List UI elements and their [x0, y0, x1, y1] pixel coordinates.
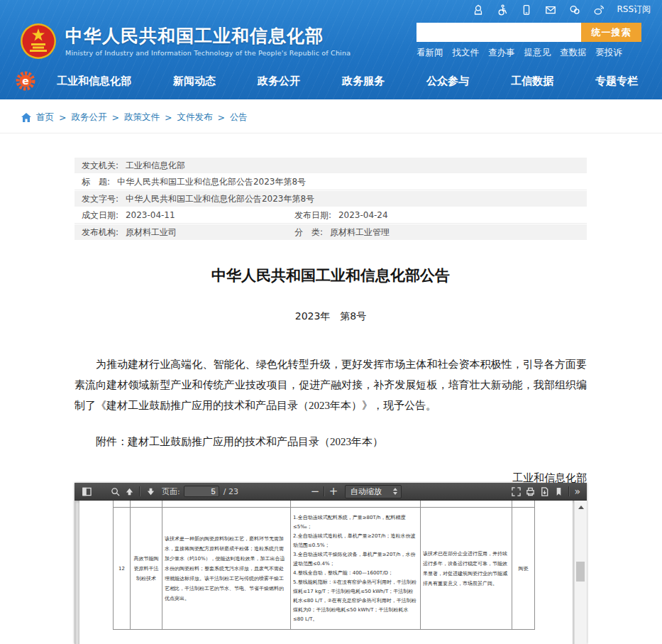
quick-link-files[interactable]: 找文件: [453, 47, 480, 59]
svg-text:e: e: [22, 75, 29, 87]
meta-value: 原材料工业管理: [330, 227, 390, 237]
document-meta-table: 发文机关: 工业和信息化部 标 题: 中华人民共和国工业和信息化部公告2023年…: [75, 158, 587, 240]
scrollbar-thumb[interactable]: [576, 562, 585, 582]
meta-value: 工业和信息化部: [126, 160, 185, 170]
table-row-continued: [113, 501, 535, 508]
scale-select-value: 自动缩放: [351, 486, 387, 497]
wechat-icon[interactable]: [568, 4, 581, 16]
national-emblem-icon: [20, 23, 57, 60]
toolbar-divider: [324, 486, 325, 496]
zoom-in-button[interactable]: +: [328, 486, 339, 497]
meta-label: 发布日期:: [294, 210, 331, 220]
quick-link-feedback[interactable]: 提意见: [524, 47, 551, 59]
issue-number: 2023年 第8号: [75, 310, 587, 323]
breadcrumb-home[interactable]: 首页: [36, 111, 54, 124]
meta-label: 发文字号:: [82, 194, 118, 204]
nav-item-services[interactable]: 政务服务: [342, 75, 385, 88]
breadcrumb-announcement[interactable]: 公告: [230, 111, 248, 124]
rss-link[interactable]: RSS订阅: [617, 4, 651, 16]
mail-icon[interactable]: [544, 4, 557, 16]
meta-value: 中华人民共和国工业和信息化部公告2023年第8号: [117, 177, 306, 187]
main-nav: e 工业和信息化部 新闻动态 政务公开 政务服务 公众参与 工信数据 专题专栏: [0, 62, 662, 99]
pdf-viewer: 页面: / 23 − + 自动缩放: [75, 483, 587, 644]
print-icon[interactable]: [523, 484, 537, 498]
select-arrows-icon: [393, 488, 397, 495]
search-button[interactable]: 统一搜索: [581, 23, 641, 42]
scale-select[interactable]: 自动缩放: [345, 485, 402, 498]
presentation-mode-icon[interactable]: [509, 484, 523, 498]
mascot-icon[interactable]: [472, 4, 485, 16]
accessibility-icon[interactable]: [496, 4, 509, 16]
search-block: 统一搜索 看新闻 找文件 查办事 提意见 查数据 要投诉: [416, 23, 644, 59]
page-total: / 23: [224, 487, 238, 496]
page-up-icon[interactable]: [122, 484, 136, 498]
page-number-input[interactable]: [184, 486, 219, 497]
sidebar-toggle-icon[interactable]: [79, 484, 94, 498]
pdf-table: 12 高效节能陶瓷原料干法制粉技术 该技术是一种新的陶瓷原料制粉工艺，磨料环节无…: [113, 501, 535, 630]
meta-label: 成文日期:: [82, 210, 118, 220]
breadcrumb-file-release[interactable]: 文件发布: [177, 111, 212, 124]
weibo-icon[interactable]: [592, 4, 605, 16]
zoom-out-button[interactable]: −: [309, 486, 321, 497]
quick-link-complaint[interactable]: 要投诉: [596, 47, 623, 59]
home-icon[interactable]: [21, 113, 31, 122]
meta-row-publisher: 发布机构: 原材料工业司 分 类: 原材料工业管理: [75, 224, 587, 240]
page-label: 页面:: [162, 486, 180, 497]
meta-row-dates: 成文日期: 2023-04-11 发布日期: 2023-04-24: [75, 207, 587, 224]
site-title: 中华人民共和国工业和信息化部: [65, 26, 351, 47]
download-icon[interactable]: [537, 484, 551, 498]
nav-item-news[interactable]: 新闻动态: [173, 75, 216, 88]
nav-item-data[interactable]: 工信数据: [511, 75, 553, 88]
meta-row-issuing-org: 发文机关: 工业和信息化部: [75, 158, 587, 173]
mobile-icon[interactable]: [520, 4, 533, 16]
search-input[interactable]: [416, 23, 581, 42]
toolbar-divider: [139, 486, 140, 496]
meta-row-title: 标 题: 中华人民共和国工业和信息化部公告2023年第8号: [75, 174, 587, 190]
site-subtitle: Ministry of Industry and Information Tec…: [65, 49, 351, 57]
breadcrumb: 首页 > 政务公开 > 政策文件 > 文件发布 > 公告: [0, 99, 662, 133]
nav-item-participation[interactable]: 公众参与: [426, 75, 469, 88]
topbar: RSS订阅: [0, 0, 662, 19]
bookmark-icon[interactable]: [551, 484, 566, 498]
page-title: 中华人民共和国工业和信息化部公告: [75, 266, 587, 285]
title-block: 中华人民共和国工业和信息化部 Ministry of Industry and …: [65, 26, 351, 57]
breadcrumb-disclosure[interactable]: 政务公开: [71, 111, 106, 124]
nav-item-topics[interactable]: 专题专栏: [595, 75, 638, 88]
scroll-up-arrow-icon[interactable]: [578, 506, 584, 509]
page-down-icon[interactable]: [143, 484, 158, 498]
breadcrumb-separator: >: [111, 112, 118, 123]
breadcrumb-policy-files[interactable]: 政策文件: [124, 111, 160, 124]
breadcrumb-separator: >: [217, 112, 224, 123]
quick-link-data[interactable]: 查数据: [560, 47, 587, 59]
find-icon[interactable]: [108, 484, 122, 498]
nav-item-disclosure[interactable]: 政务公开: [258, 75, 300, 88]
meta-label: 发文机关:: [82, 160, 118, 170]
meta-value: 2023-04-11: [126, 210, 175, 220]
pdf-page: 12 高效节能陶瓷原料干法制粉技术 该技术是一种新的陶瓷原料制粉工艺，磨料环节无…: [79, 501, 573, 644]
cell-category: 陶瓷: [512, 508, 535, 630]
quick-links: 看新闻 找文件 查办事 提意见 查数据 要投诉: [416, 47, 644, 59]
pdf-scrollbar[interactable]: [574, 501, 587, 644]
cell-description: 该技术是一种新的陶瓷原料制粉工艺，磨料环节无需加水，直接将陶瓷配方原料研磨成干粉…: [162, 508, 291, 630]
meta-value: 中华人民共和国工业和信息化部公告2023年第8号: [126, 194, 314, 204]
header-main: 中华人民共和国工业和信息化部 Ministry of Industry and …: [0, 19, 662, 62]
article-paragraph: 为推动建材行业高端化、智能化、绿色化转型升级，更好发挥市场主体和社会资本积极性，…: [75, 354, 587, 416]
meta-row-doc-number: 发文字号: 中华人民共和国工业和信息化部公告2023年第8号: [75, 191, 587, 207]
quick-link-news[interactable]: 看新闻: [416, 47, 443, 59]
cell-application: 该技术已在部分企业进行应用，并持续运行多年，设备运行稳定可靠，节能效果显著，对促…: [421, 508, 512, 630]
cell-specifications: 1.全自动连续式配料系统，产量≥80T/h，配料精度≤5‰； 2.全自动连续式造…: [291, 508, 421, 630]
article-content: 发文机关: 工业和信息化部 标 题: 中华人民共和国工业和信息化部公告2023年…: [75, 158, 587, 506]
quick-link-services[interactable]: 查办事: [488, 47, 515, 59]
table-row: 12 高效节能陶瓷原料干法制粉技术 该技术是一种新的陶瓷原料制粉工艺，磨料环节无…: [113, 508, 535, 630]
attachment-line: 附件：建材工业鼓励推广应用的技术和产品目录（2023年本）: [75, 435, 587, 449]
breadcrumb-separator: >: [165, 112, 172, 123]
more-tools-chevron[interactable]: »: [574, 486, 580, 497]
miit-logo-icon: e: [16, 71, 35, 91]
nav-item-miit[interactable]: 工业和信息化部: [57, 75, 131, 88]
meta-value: 2023-04-24: [338, 210, 388, 220]
breadcrumb-separator: >: [59, 112, 66, 123]
toolbar-divider: [568, 486, 570, 496]
site-header: RSS订阅 中华人民共和国工业和信息化部 Ministry of Industr…: [0, 0, 662, 99]
pdf-toolbar: 页面: / 23 − + 自动缩放: [75, 483, 587, 501]
meta-label: 分 类:: [294, 227, 323, 237]
